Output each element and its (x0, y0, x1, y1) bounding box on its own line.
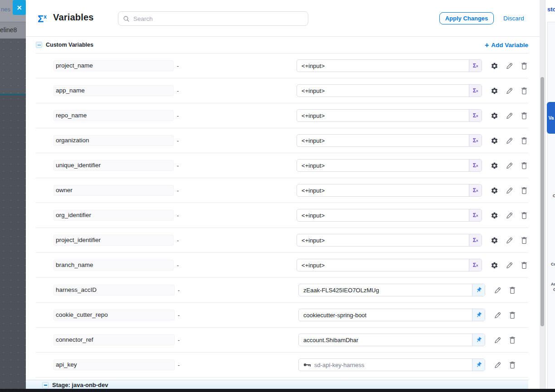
settings-gear-icon[interactable] (490, 111, 498, 120)
runtime-input-sigma-icon[interactable]: Σx (469, 259, 482, 271)
row-actions (490, 87, 528, 95)
variable-value-input[interactable]: sd-api-key-harness (298, 358, 485, 371)
fixed-value-pin-icon[interactable] (472, 334, 485, 346)
variable-name: owner (54, 185, 174, 196)
variable-value-input[interactable]: <+input> Σx (297, 209, 482, 222)
runtime-input-sigma-icon[interactable]: Σx (469, 135, 482, 146)
variable-description: - (177, 162, 297, 169)
drawer-scrollbar-track[interactable] (540, 0, 545, 389)
variable-value-input[interactable]: <+input> Σx (297, 84, 482, 97)
runtime-input-sigma-icon[interactable]: Σx (469, 184, 482, 196)
variable-name: api_key (54, 359, 175, 370)
variable-value-input[interactable]: <+input> Σx (297, 59, 482, 72)
fixed-value-pin-icon[interactable] (472, 359, 485, 371)
edit-pencil-icon[interactable] (505, 136, 513, 145)
settings-gear-icon[interactable] (490, 261, 498, 269)
fixed-value-pin-icon[interactable] (472, 284, 485, 296)
settings-gear-icon[interactable] (490, 236, 498, 244)
collapse-minus-icon[interactable] (36, 42, 42, 48)
edit-pencil-icon[interactable] (493, 311, 501, 319)
variable-row: api_key - sd-api-key-harness (36, 353, 528, 377)
runtime-input-sigma-icon[interactable]: Σx (469, 234, 482, 246)
delete-trash-icon[interactable] (520, 136, 528, 145)
variable-row: repo_name - <+input> Σx (36, 103, 528, 128)
collapse-minus-icon[interactable] (42, 382, 49, 388)
drawer-scrollbar-thumb[interactable] (540, 77, 544, 326)
runtime-input-sigma-icon[interactable]: Σx (469, 60, 482, 72)
delete-trash-icon[interactable] (520, 111, 528, 120)
delete-trash-icon[interactable] (508, 361, 516, 369)
close-icon[interactable]: ✕ (13, 0, 26, 15)
key-icon (303, 362, 311, 368)
stage-section-header[interactable]: Stage: java-onb-dev (26, 380, 528, 390)
variable-value-input[interactable]: <+input> Σx (297, 109, 482, 122)
variable-value-input[interactable]: <+input> Σx (297, 259, 482, 271)
search-box[interactable] (118, 11, 308, 26)
settings-gear-icon[interactable] (490, 136, 498, 145)
edit-pencil-icon[interactable] (505, 186, 513, 194)
variables-rail-tab[interactable]: Va (547, 102, 555, 134)
discard-button[interactable]: Discard (503, 15, 524, 22)
edit-pencil-icon[interactable] (505, 62, 513, 70)
row-actions (490, 62, 528, 70)
delete-trash-icon[interactable] (520, 62, 528, 70)
variable-name: project_name (54, 60, 174, 71)
edit-pencil-icon[interactable] (493, 336, 501, 344)
variable-row: branch_name - <+input> Σx (36, 253, 528, 278)
variable-name: repo_name (54, 110, 174, 121)
add-variable-button[interactable]: +Add Variable (485, 42, 528, 48)
delete-trash-icon[interactable] (508, 336, 516, 344)
runtime-input-sigma-icon[interactable]: Σx (469, 160, 482, 171)
edit-pencil-icon[interactable] (505, 87, 513, 95)
row-actions (490, 211, 528, 219)
delete-trash-icon[interactable] (520, 87, 528, 95)
variable-name: app_name (54, 85, 174, 96)
variable-value-input[interactable]: <+input> Σx (297, 234, 482, 247)
variable-value-input[interactable]: <+input> Σx (297, 159, 482, 172)
runtime-input-sigma-icon[interactable]: Σx (469, 110, 482, 121)
dimmed-pipeline-studio-column: nes ✕ eline8 (0, 0, 26, 392)
edit-pencil-icon[interactable] (493, 361, 501, 369)
edit-pencil-icon[interactable] (505, 111, 513, 120)
edit-pencil-icon[interactable] (505, 261, 513, 269)
custom-variables-section-header: Custom Variables +Add Variable (26, 37, 545, 53)
edit-pencil-icon[interactable] (505, 236, 513, 244)
variable-value: <+input> (302, 187, 325, 194)
variable-row: project_identifier - <+input> Σx (36, 228, 528, 253)
variable-value: <+input> (302, 162, 325, 169)
settings-gear-icon[interactable] (490, 62, 498, 70)
delete-trash-icon[interactable] (508, 286, 516, 294)
delete-trash-icon[interactable] (520, 161, 528, 169)
edit-pencil-icon[interactable] (505, 161, 513, 169)
variable-value-input[interactable]: <+input> Σx (297, 134, 482, 147)
variable-value-input[interactable]: zEaak-FLS425IEO7OLzMUg (298, 284, 485, 296)
apply-changes-button[interactable]: Apply Changes (439, 12, 494, 24)
runtime-input-sigma-icon[interactable]: Σx (469, 209, 482, 221)
delete-trash-icon[interactable] (520, 211, 528, 219)
runtime-input-sigma-icon[interactable]: Σx (469, 85, 482, 97)
edit-pencil-icon[interactable] (505, 211, 513, 219)
delete-trash-icon[interactable] (520, 186, 528, 194)
settings-gear-icon[interactable] (490, 211, 498, 219)
execution-history-link-fragment[interactable]: stor (547, 6, 555, 13)
search-input[interactable] (133, 15, 303, 22)
variable-name: harness_accID (54, 285, 175, 295)
delete-trash-icon[interactable] (520, 261, 528, 269)
variable-name: connector_ref (54, 334, 175, 345)
variable-row: connector_ref - account.ShibamDhar (36, 328, 528, 353)
settings-gear-icon[interactable] (490, 161, 498, 169)
settings-gear-icon[interactable] (490, 186, 498, 194)
variable-description: - (177, 187, 297, 194)
pipeline-tab-fragment: eline8 (0, 26, 17, 34)
settings-gear-icon[interactable] (490, 87, 498, 95)
variable-value-input[interactable]: account.ShibamDhar (298, 334, 485, 346)
page-title: Variables (53, 12, 94, 23)
variable-value-input[interactable]: <+input> Σx (297, 184, 482, 197)
delete-trash-icon[interactable] (520, 236, 528, 244)
variable-name: org_identifier (54, 210, 174, 221)
variable-value-input[interactable]: cookiecutter-spring-boot (298, 309, 485, 321)
delete-trash-icon[interactable] (508, 311, 516, 319)
fixed-value-pin-icon[interactable] (472, 309, 485, 321)
edit-pencil-icon[interactable] (493, 286, 501, 294)
variable-name: organization (54, 135, 174, 146)
